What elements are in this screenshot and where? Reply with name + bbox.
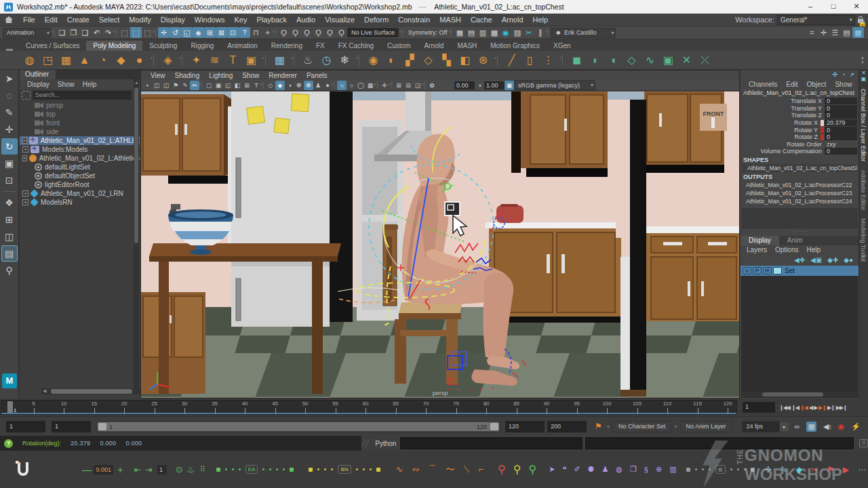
resize-grip[interactable]: ╱╱ [361,440,374,447]
toolbar-icon[interactable]: ▣ [659,52,677,68]
channel-volume-compensation[interactable]: Volume Compensation0 [741,148,859,155]
viewport-toolbar-icon[interactable]: ◫ [161,81,171,90]
shelf-tab-fx-caching[interactable]: FX Caching [332,41,380,51]
menu-arnold[interactable]: Arnold [497,16,528,24]
toolbar-icon[interactable]: ❏ [56,27,68,38]
toolbar-icon[interactable]: ◇ [419,52,437,68]
viewport-toolbar-icon[interactable]: ● [323,81,332,90]
command-help-icon[interactable]: ⍰ [859,439,868,447]
menu-select[interactable]: Select [94,16,125,24]
rotate-tool[interactable]: ↻ [1,138,18,155]
layer-hscrollbar[interactable] [742,392,856,397]
outliner-item-defaultlightset[interactable]: defaultLightSet [20,163,140,171]
viewport-toolbar-icon[interactable]: ⊞ [242,81,252,90]
outliner-tab[interactable]: Outliner [20,70,56,79]
shelf-tab-mash[interactable]: MASH [450,41,484,51]
toolbar-icon[interactable]: ≋ [205,52,224,68]
last-tool[interactable]: ⊡ [1,172,18,188]
channel-translate-z[interactable]: Translate Z0 [741,112,859,119]
playback-button[interactable]: ▶▶❙ [836,405,847,411]
viewport-toolbar-icon[interactable]: ◱ [223,81,233,90]
channel-translate-x[interactable]: Translate X0 [741,98,859,105]
scale-tool[interactable]: ▣ [1,155,18,171]
layer-tab-anim[interactable]: Anim [779,236,811,245]
toolbar-icon[interactable]: ▦ [57,52,75,68]
current-frame-marker[interactable] [7,401,13,413]
outliner-menu-display[interactable]: Display [24,81,53,88]
output-node[interactable]: Athletic_Man_v01_02_L:acProcessorC23 [741,189,859,197]
toolbar-icon[interactable]: Ϙ [324,27,336,38]
toolbar-icon[interactable]: ▦ [852,27,864,38]
viewport-toolbar-icon[interactable]: ◯ [356,81,366,90]
playback-button[interactable]: ▶❙ [827,405,835,411]
lasso-tool[interactable]: ◌ [1,87,18,104]
decrease-step-button[interactable]: — [81,464,92,475]
layout-four-pane[interactable]: ⊞ [1,211,18,228]
viewport-menu-panels[interactable]: Panels [302,72,332,79]
toolbar-icon[interactable]: T [224,52,242,68]
exposure-field[interactable]: 0.00 [454,81,475,89]
toolbar-icon[interactable]: ⊓ [250,27,262,38]
toolbar-icon[interactable]: ◆ [112,52,130,68]
filter-icon[interactable] [22,91,31,100]
channel-translate-y[interactable]: Translate Y0 [741,105,859,113]
cabinet-lower-left[interactable] [141,292,205,394]
toolbar-icon[interactable]: ▞ [401,52,419,68]
toolbar-icon[interactable]: ? [239,27,250,38]
toolbar-icon[interactable]: ◍ [20,52,39,68]
channel-rotate-x[interactable]: Rotate X20.379 [741,119,859,127]
colorspace-dropdown[interactable]: sRGB gamma (legacy) [514,80,595,90]
animbot-logo[interactable] [16,461,20,479]
menu-mash[interactable]: MASH [435,16,466,24]
maximize-button[interactable]: □ [822,0,845,14]
grid-dots-icon[interactable]: ⠿ [197,464,208,475]
mute-icon[interactable]: ◀⦂ [823,422,831,431]
shelf-tab-motion-graphics[interactable]: Motion Graphics [484,41,547,51]
workspace-lock-icon[interactable]: 🔒 [858,19,863,23]
toolbar-icon[interactable]: ∿ [641,52,659,68]
toolbar-icon[interactable]: ▥ [477,27,488,38]
viewport-toolbar-icon[interactable]: ❆ [304,81,313,90]
layer-menu-layers[interactable]: Layers [743,246,770,253]
shelf-tab-custom[interactable]: Custom [380,41,417,51]
gamma-field[interactable]: 1.00 [484,81,505,89]
viewport-menu-show[interactable]: Show [238,72,263,79]
toolbar-icon[interactable]: Ϙ [301,27,313,38]
viewport-toolbar-icon[interactable]: T [252,81,261,90]
shelf-tab-sculpting[interactable]: Sculpting [142,41,184,51]
shelf-tab-fx[interactable]: FX [309,41,332,51]
toolbar-icon[interactable]: Ϙ [290,27,301,38]
toolbar-icon[interactable]: ◇ [623,52,641,68]
toolbar-icon[interactable]: ✂ [523,27,534,38]
menu-constrain[interactable]: Constrain [393,16,435,24]
menu-deform[interactable]: Deform [359,16,393,24]
playback-button[interactable]: ▶ [814,405,817,411]
toolbar-icon[interactable]: ▯ [521,52,539,68]
layer-menu-help[interactable]: Help [803,246,824,253]
outliner-item-athletic-man-v01-02-l-athleticman-a[interactable]: +Athletic_Man_v01_02_L:AthleticMan_A [20,154,140,163]
menu-cache[interactable]: Cache [466,16,497,24]
toolbar-icon[interactable]: ▦ [271,52,289,68]
outliner-scrollbar[interactable]: ▲ [134,79,139,389]
character-set-dropdown[interactable]: No Character Set [612,421,672,432]
layer-menu-options[interactable]: Options [772,246,802,253]
layer-color-swatch[interactable] [773,267,782,274]
playback-button[interactable]: ❙◀ [791,405,799,411]
toolbar-icon[interactable]: ↷ [102,27,114,38]
range-track[interactable]: 1 120 [96,421,500,432]
close-button[interactable]: ✕ [845,0,868,14]
shelf-tab-arnold[interactable]: Arnold [417,41,450,51]
output-node[interactable]: Athletic_Man_v01_02_L:acProcessorC24 [741,197,859,205]
viewport-toolbar-icon[interactable]: ▢ [204,81,214,90]
viewport-toolbar-icon[interactable]: ✛ [380,81,389,90]
viewport-toolbar-icon[interactable]: ✿ [427,81,437,90]
toolbar-icon[interactable]: ⊛ [474,52,492,68]
viewport-toolbar-icon[interactable]: ◇ [266,81,275,90]
auto-key-icon[interactable]: ▦ [806,422,816,432]
outliner-item-side[interactable]: side [20,127,140,136]
toolbar-icon[interactable]: ⌗ [806,27,818,38]
toolbar-icon[interactable]: ▨ [511,27,523,38]
toolbar-icon[interactable]: ✛ [818,27,829,38]
toolbar-icon[interactable]: ▣ [242,52,260,68]
playback-start-field[interactable]: 1 [52,421,91,432]
